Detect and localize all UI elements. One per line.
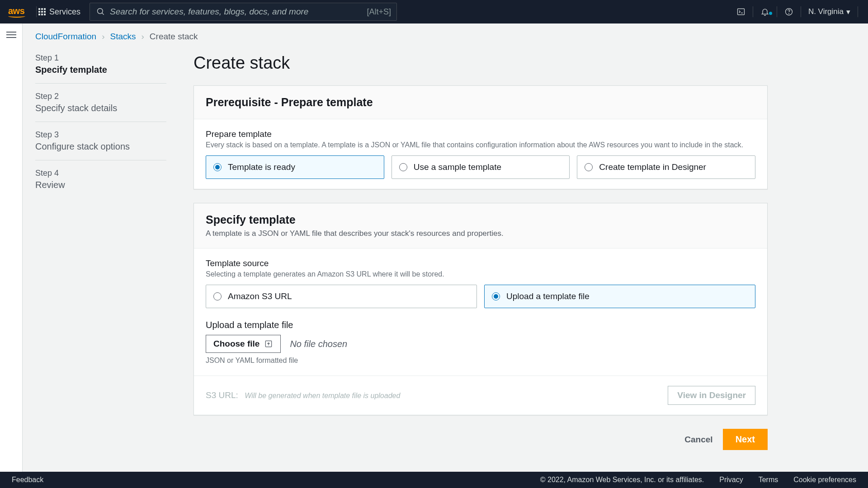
services-label: Services [49,7,80,17]
notification-dot [769,12,772,15]
step-title: Review [35,180,166,190]
step-num: Step 2 [35,92,166,101]
wizard-step-2[interactable]: Step 2 Specify stack details [35,92,166,122]
crumb-stacks[interactable]: Stacks [110,32,136,42]
template-source-label: Template source [206,258,755,268]
search-input[interactable]: Search for services, features, blogs, do… [90,3,397,21]
upload-icon [264,339,273,348]
privacy-link[interactable]: Privacy [719,476,743,484]
prepare-label: Prepare template [206,129,755,139]
top-nav: aws Services Search for services, featur… [0,0,868,23]
crumb-cloudformation[interactable]: CloudFormation [35,32,96,42]
svg-point-4 [788,14,789,14]
step-title: Specify template [35,65,166,75]
tile-label: Template is ready [228,162,295,172]
services-menu[interactable]: Services [38,7,80,17]
card-subtitle: A template is a JSON or YAML file that d… [206,229,755,238]
radio-icon [213,292,222,300]
cookies-link[interactable]: Cookie preferences [793,476,856,484]
crumb-current: Create stack [150,32,198,42]
bell-icon [760,7,769,16]
wizard-steps: Step 1 Specify template Step 2 Specify s… [35,53,166,450]
chevron-right-icon: › [142,32,144,42]
tile-upload-file[interactable]: Upload a template file [484,285,755,308]
tile-label: Amazon S3 URL [228,291,292,301]
radio-icon [585,163,593,171]
search-hotkey: [Alt+S] [367,7,392,17]
choose-file-label: Choose file [213,339,259,349]
step-title: Specify stack details [35,103,166,113]
tile-template-ready[interactable]: Template is ready [206,155,384,179]
caret-down-icon: ▾ [846,7,850,17]
step-num: Step 1 [35,53,166,63]
terms-link[interactable]: Terms [759,476,778,484]
view-in-designer-button[interactable]: View in Designer [668,386,755,405]
upload-label: Upload a template file [206,320,755,330]
wizard-step-3[interactable]: Step 3 Configure stack options [35,130,166,160]
search-placeholder: Search for services, features, blogs, do… [110,7,308,17]
radio-icon [399,163,407,171]
tile-sample-template[interactable]: Use a sample template [392,155,570,179]
svg-rect-2 [737,9,744,14]
feedback-link[interactable]: Feedback [12,476,43,484]
left-rail [0,23,23,472]
s3-url-value: Will be generated when template file is … [245,392,400,399]
breadcrumb: CloudFormation › Stacks › Create stack [35,32,855,42]
page-title: Create stack [193,53,768,73]
prerequisite-card: Prerequisite - Prepare template Prepare … [193,85,768,189]
upload-help: JSON or YAML formatted file [206,357,755,365]
radio-icon [492,292,500,300]
tile-label: Create template in Designer [599,162,706,172]
prepare-help: Every stack is based on a template. A te… [206,141,755,149]
svg-point-0 [98,9,103,14]
wizard-step-4[interactable]: Step 4 Review [35,169,166,198]
region-label: N. Virginia [808,7,844,16]
cancel-button[interactable]: Cancel [684,429,712,450]
search-icon [96,7,105,16]
copyright: © 2022, Amazon Web Services, Inc. or its… [540,476,704,484]
svg-line-1 [102,13,104,15]
choose-file-button[interactable]: Choose file [206,335,281,353]
region-selector[interactable]: N. Virginia ▾ [803,7,856,17]
grid-icon [38,8,46,15]
hamburger-toggle[interactable] [6,30,16,472]
tile-label: Upload a template file [506,291,590,301]
step-num: Step 3 [35,130,166,140]
no-file-text: No file chosen [290,339,347,349]
next-button[interactable]: Next [723,429,768,450]
step-title: Configure stack options [35,141,166,152]
notifications-button[interactable] [755,7,775,16]
footer: Feedback © 2022, Amazon Web Services, In… [0,472,868,488]
tile-s3-url[interactable]: Amazon S3 URL [206,285,477,308]
tile-designer[interactable]: Create template in Designer [577,155,755,179]
tile-label: Use a sample template [414,162,501,172]
cloudshell-button[interactable] [731,7,751,16]
step-num: Step 4 [35,169,166,178]
template-source-help: Selecting a template generates an Amazon… [206,270,755,278]
card-header: Specify template [206,213,755,226]
help-button[interactable] [779,7,799,16]
card-header: Prerequisite - Prepare template [206,96,755,109]
help-icon [784,7,793,16]
cloudshell-icon [736,7,745,16]
aws-logo-text: aws [8,6,24,16]
aws-logo[interactable]: aws [8,6,25,18]
chevron-right-icon: › [102,32,104,42]
s3-url-label: S3 URL: [206,390,238,400]
radio-icon [213,163,222,171]
wizard-actions: Cancel Next [193,429,768,450]
wizard-step-1[interactable]: Step 1 Specify template [35,53,166,84]
specify-template-card: Specify template A template is a JSON or… [193,203,768,415]
